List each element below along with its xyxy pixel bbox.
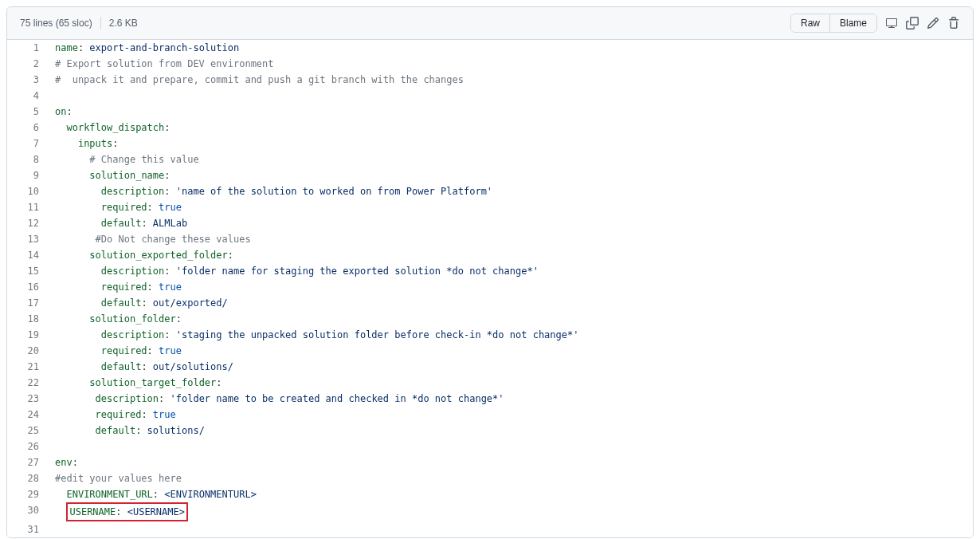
desktop-icon[interactable]	[885, 17, 898, 30]
line-number[interactable]: 9	[7, 167, 47, 183]
line-content: description: 'folder name for staging th…	[47, 263, 973, 279]
line-content	[47, 88, 973, 104]
line-number[interactable]: 20	[7, 343, 47, 359]
line-number[interactable]: 21	[7, 359, 47, 375]
line-number[interactable]: 7	[7, 136, 47, 151]
line-content: default: out/exported/	[47, 295, 973, 311]
line-number[interactable]: 22	[7, 375, 47, 391]
code-line: 11 required: true	[7, 199, 973, 215]
raw-button[interactable]: Raw	[791, 14, 829, 32]
code-line: 8 # Change this value	[7, 151, 973, 167]
code-line: 4	[7, 88, 973, 104]
line-content: workflow_dispatch:	[47, 120, 973, 136]
code-line: 15 description: 'folder name for staging…	[7, 263, 973, 279]
line-content: solution_target_folder:	[47, 375, 973, 391]
line-number[interactable]: 15	[7, 263, 47, 279]
line-content: ENVIRONMENT_URL: <ENVIRONMENTURL>	[47, 486, 973, 502]
line-number[interactable]: 31	[7, 521, 47, 537]
line-content	[47, 521, 973, 537]
copy-icon[interactable]	[906, 17, 919, 30]
line-content: solution_name:	[47, 167, 973, 183]
line-number[interactable]: 3	[7, 72, 47, 88]
blame-button[interactable]: Blame	[829, 14, 876, 32]
line-number[interactable]: 14	[7, 247, 47, 263]
line-number[interactable]: 8	[7, 151, 47, 167]
line-number[interactable]: 17	[7, 295, 47, 311]
line-content: #edit your values here	[47, 470, 973, 486]
line-number[interactable]: 10	[7, 183, 47, 199]
code-line: 30 USERNAME: <USERNAME>	[7, 502, 973, 521]
line-number[interactable]: 23	[7, 391, 47, 407]
code-line: 6 workflow_dispatch:	[7, 120, 973, 136]
line-content: on:	[47, 104, 973, 120]
delete-icon[interactable]	[947, 17, 960, 30]
line-content: required: true	[47, 407, 973, 423]
line-content: # unpack it and prepare, commit and push…	[47, 72, 973, 88]
line-content: name: export-and-branch-solution	[47, 40, 973, 56]
line-content: description: 'name of the solution to wo…	[47, 183, 973, 199]
code-body: 1name: export-and-branch-solution2# Expo…	[7, 40, 973, 537]
line-number[interactable]: 12	[7, 215, 47, 231]
line-content: description: 'staging the unpacked solut…	[47, 327, 973, 343]
file-box: 75 lines (65 sloc) 2.6 KB Raw Blame	[6, 6, 974, 538]
code-line: 20 required: true	[7, 343, 973, 359]
edit-icon[interactable]	[927, 17, 939, 30]
file-actions: Raw Blame	[790, 14, 960, 33]
line-number[interactable]: 6	[7, 120, 47, 136]
line-number[interactable]: 28	[7, 470, 47, 486]
code-line: 12 default: ALMLab	[7, 215, 973, 231]
line-content: #Do Not change these values	[47, 231, 973, 247]
code-line: 2# Export solution from DEV environment	[7, 56, 973, 72]
code-line: 5on:	[7, 104, 973, 120]
line-content: required: true	[47, 279, 973, 295]
code-line: 10 description: 'name of the solution to…	[7, 183, 973, 199]
code-table: 1name: export-and-branch-solution2# Expo…	[7, 40, 973, 537]
highlight-box: USERNAME: <USERNAME>	[66, 502, 188, 521]
line-number[interactable]: 18	[7, 311, 47, 327]
line-content: USERNAME: <USERNAME>	[47, 502, 973, 521]
code-line: 3# unpack it and prepare, commit and pus…	[7, 72, 973, 88]
file-size: 2.6 KB	[109, 18, 138, 29]
line-number[interactable]: 1	[7, 40, 47, 56]
line-number[interactable]: 2	[7, 56, 47, 72]
code-line: 18 solution_folder:	[7, 311, 973, 327]
line-number[interactable]: 5	[7, 104, 47, 120]
line-number[interactable]: 27	[7, 454, 47, 470]
line-number[interactable]: 25	[7, 423, 47, 439]
line-content: required: true	[47, 343, 973, 359]
line-number[interactable]: 29	[7, 486, 47, 502]
code-line: 25 default: solutions/	[7, 423, 973, 439]
code-line: 17 default: out/exported/	[7, 295, 973, 311]
raw-blame-group: Raw Blame	[790, 14, 877, 33]
code-line: 1name: export-and-branch-solution	[7, 40, 973, 56]
line-number[interactable]: 26	[7, 439, 47, 454]
file-header: 75 lines (65 sloc) 2.6 KB Raw Blame	[7, 7, 973, 40]
line-content: description: 'folder name to be created …	[47, 391, 973, 407]
code-line: 19 description: 'staging the unpacked so…	[7, 327, 973, 343]
line-content: solution_exported_folder:	[47, 247, 973, 263]
code-line: 29 ENVIRONMENT_URL: <ENVIRONMENTURL>	[7, 486, 973, 502]
code-line: 28#edit your values here	[7, 470, 973, 486]
code-line: 9 solution_name:	[7, 167, 973, 183]
code-line: 22 solution_target_folder:	[7, 375, 973, 391]
code-line: 24 required: true	[7, 407, 973, 423]
line-number[interactable]: 16	[7, 279, 47, 295]
line-content: required: true	[47, 199, 973, 215]
line-number[interactable]: 11	[7, 199, 47, 215]
line-content: solution_folder:	[47, 311, 973, 327]
line-content: default: ALMLab	[47, 215, 973, 231]
line-content: # Export solution from DEV environment	[47, 56, 973, 72]
line-number[interactable]: 30	[7, 502, 47, 521]
line-content: default: out/solutions/	[47, 359, 973, 375]
line-number[interactable]: 4	[7, 88, 47, 104]
divider	[100, 17, 101, 30]
line-number[interactable]: 13	[7, 231, 47, 247]
code-line: 27env:	[7, 454, 973, 470]
code-line: 14 solution_exported_folder:	[7, 247, 973, 263]
code-line: 23 description: 'folder name to be creat…	[7, 391, 973, 407]
code-line: 26	[7, 439, 973, 454]
line-number[interactable]: 19	[7, 327, 47, 343]
line-content: inputs:	[47, 136, 973, 151]
line-content: # Change this value	[47, 151, 973, 167]
line-number[interactable]: 24	[7, 407, 47, 423]
